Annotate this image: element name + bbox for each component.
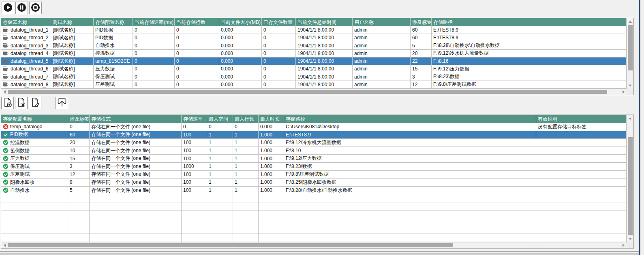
thread-row[interactable]: datalog_thread_5[测试名称]temp_815O2CE000.00…	[1, 57, 627, 65]
config-row[interactable]: 保压测试3存储在同一个文件 (one file)1000111.000F:\8.…	[1, 163, 627, 171]
config-row[interactable]: temp_datalog00存储在同一个文件 (one file)0000.00…	[1, 123, 627, 131]
edit-config-button[interactable]	[29, 97, 41, 109]
thread-row[interactable]: datalog_thread_1[测试名称]PID数据000.00001904/…	[1, 26, 627, 34]
column-header: 当前文件起始时间	[296, 18, 353, 26]
empty-cell	[1, 202, 68, 210]
config-row[interactable]: 压力数据15存储在同一个文件 (one file)100111.000F:\9.…	[1, 155, 627, 163]
cell-name: 压差测试	[1, 171, 68, 179]
scroll-thumb[interactable]	[628, 25, 633, 70]
empty-row[interactable]	[1, 210, 627, 219]
cell-tags: 12	[68, 171, 90, 179]
cell-start: 1904/1/1 8:00:00	[296, 26, 353, 34]
column-header: 存储配置名称	[1, 115, 68, 123]
config-row[interactable]: 控温数据20存储在同一个文件 (one file)100111.000F:\9.…	[1, 139, 627, 147]
cell-duration: 0.000	[259, 123, 284, 131]
config-row[interactable]: 氢侧数据10存储在同一个文件 (one file)100111.000F:\8.…	[1, 147, 627, 155]
scroll-right-button[interactable]	[620, 242, 627, 248]
empty-cell	[90, 218, 182, 226]
threads-horizontal-scrollbar[interactable]	[1, 89, 627, 95]
scroll-down-button[interactable]	[627, 82, 633, 89]
threads-vertical-scrollbar[interactable]	[627, 18, 633, 89]
cell-size: 0.000	[219, 57, 262, 65]
status-ok-icon	[3, 172, 9, 177]
cell-name: datalog_thread_6	[1, 65, 51, 73]
empty-row[interactable]	[1, 218, 627, 226]
scroll-up-button[interactable]	[627, 115, 633, 121]
config-row[interactable]: 自动换水5存储在同一个文件 (one file)100111.000F:\8.2…	[1, 187, 627, 195]
cell-space: 1	[207, 171, 233, 179]
scroll-left-button[interactable]	[1, 89, 8, 95]
cell-lines: 0	[175, 26, 219, 34]
empty-cell	[182, 202, 207, 210]
config-row[interactable]: 压差测试12存储在同一个文件 (one file)100111.000F:\9.…	[1, 171, 627, 179]
thread-row[interactable]: datalog_thread_2[测试名称]PID数据000.00001904/…	[1, 34, 627, 42]
cell-files: 0	[262, 26, 296, 34]
thread-row[interactable]: datalog_thread_3[测试名称]自动换水000.00001904/1…	[1, 42, 627, 50]
cell-user: admin	[353, 50, 411, 57]
cell-path: F:\9.8\压差测试数据	[284, 171, 536, 179]
thread-row[interactable]: datalog_thread_4[测试名称]控温数据000.00001904/1…	[1, 50, 627, 57]
scroll-thumb[interactable]	[8, 90, 607, 94]
cell-config: 自动换水	[94, 42, 133, 50]
cell-space: 1	[207, 155, 233, 163]
datalog-manager-window: 存储器名称测试名称存储配置名称当前存储速率(ms)当前存储行数当前文件大小(MB…	[0, 0, 644, 255]
configs-horizontal-scrollbar[interactable]	[1, 242, 627, 248]
header-row: 存储配置名称涉及标签存储模式存储速率最大空间最大行数最大时长存储路径有效说明	[1, 115, 627, 123]
thread-row[interactable]: datalog_thread_6[测试名称]压力数据000.00001904/1…	[1, 65, 627, 73]
empty-cell	[1, 226, 68, 234]
cell-rate: 100	[182, 131, 207, 139]
start-button[interactable]	[2, 2, 14, 14]
cell-name: 压差测试	[10, 171, 30, 178]
scroll-left-button[interactable]	[1, 242, 8, 248]
empty-row[interactable]	[1, 194, 627, 202]
window-bottom-splitter[interactable]	[0, 250, 639, 255]
empty-row[interactable]	[1, 226, 627, 234]
config-row[interactable]: PID数据60存储在同一个文件 (one file)100111.000E:\T…	[1, 131, 627, 139]
cell-name: 阴极水回收	[1, 178, 68, 187]
cell-lines: 1	[233, 171, 259, 179]
datalog-thread-icon	[3, 35, 9, 40]
scroll-thumb[interactable]	[628, 137, 633, 235]
stop-button[interactable]	[29, 2, 42, 14]
cell-lines: 0	[175, 57, 219, 65]
add-config-button[interactable]	[1, 97, 14, 109]
datalog-thread-icon	[3, 51, 9, 56]
cell-lines: 1	[233, 131, 259, 139]
empty-cell	[182, 218, 207, 226]
cell-test: [测试名称]	[51, 65, 94, 73]
scroll-down-button[interactable]	[627, 236, 633, 242]
cell-name: datalog_thread_1	[11, 27, 48, 33]
cell-files: 0	[262, 50, 296, 57]
cell-config: 压力数据	[94, 65, 133, 73]
cell-rate: 0	[133, 26, 175, 34]
cell-config: 压差测试	[94, 81, 133, 89]
cell-user: admin	[353, 26, 411, 34]
scroll-up-button[interactable]	[627, 18, 633, 25]
empty-row[interactable]	[1, 234, 627, 242]
delete-config-button[interactable]	[15, 97, 28, 109]
cell-name: datalog_thread_3	[11, 43, 48, 49]
cell-path: F:\8.23\数据	[284, 163, 536, 171]
empty-cell	[536, 202, 627, 210]
empty-cell	[68, 234, 90, 242]
thread-row[interactable]: datalog_thread_7[测试名称]保压测试000.00001904/1…	[1, 73, 627, 81]
stop-icon	[30, 2, 41, 14]
cell-path: F:\8.10	[284, 147, 536, 155]
column-header: 存储模式	[90, 115, 182, 123]
empty-cell	[536, 194, 627, 202]
config-row[interactable]: 阴极水回收9存储在同一个文件 (one file)100111.000F:\8.…	[1, 178, 627, 187]
cell-lines: 1	[233, 155, 259, 163]
cell-duration: 1.000	[259, 155, 284, 163]
cell-path: F:\9.12\压力数据	[284, 155, 536, 163]
thread-row[interactable]: datalog_thread_8[测试名称]压差测试000.00001904/1…	[1, 81, 627, 89]
empty-row[interactable]	[1, 202, 627, 210]
pause-button[interactable]	[15, 2, 28, 14]
cell-user: admin	[353, 73, 411, 81]
configs-vertical-scrollbar[interactable]	[627, 115, 633, 242]
cell-size: 0.000	[219, 81, 262, 89]
cell-rate: 0	[133, 34, 175, 42]
upload-config-button[interactable]	[56, 97, 68, 109]
scroll-thumb[interactable]	[8, 243, 453, 247]
scroll-right-button[interactable]	[620, 89, 627, 95]
column-header: 存储配置名称	[94, 18, 133, 26]
